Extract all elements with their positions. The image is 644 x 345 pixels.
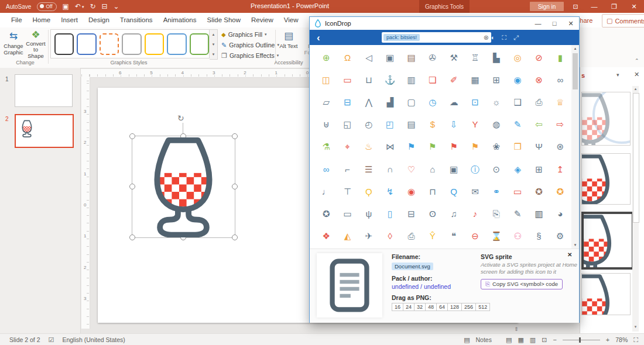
gallery-more-icon[interactable]: ▾ bbox=[210, 49, 217, 59]
graphics-outline-button[interactable]: ✎ Graphics Outline ▾ bbox=[221, 40, 279, 50]
resize-grid-icon[interactable]: ⛶ bbox=[502, 34, 506, 42]
icon-battery-cancel[interactable]: ⊘ bbox=[528, 46, 549, 68]
icon-battery-half[interactable]: ◫ bbox=[316, 68, 337, 91]
notes-splitter-icon[interactable]: ⇕ bbox=[514, 326, 519, 332]
design-suggestion-4[interactable] bbox=[581, 273, 631, 315]
icon-heart[interactable]: ♡ bbox=[400, 158, 422, 180]
icon-crown[interactable]: ♕ bbox=[550, 91, 571, 113]
icon-price-tag[interactable]: ◊ bbox=[379, 225, 400, 247]
zoom-slider-thumb[interactable] bbox=[579, 337, 581, 343]
icon-alarm-bell[interactable]: Ω bbox=[337, 46, 358, 68]
ribbon-display-options-icon[interactable]: ⊡ bbox=[567, 0, 584, 13]
png-size-256[interactable]: 256 bbox=[462, 303, 476, 311]
icon-computer-monitor[interactable]: ⊡ bbox=[464, 91, 485, 113]
collapse-ribbon-icon[interactable]: ⌃ bbox=[635, 58, 639, 64]
icon-bookmark-book[interactable]: ❏ bbox=[422, 68, 443, 91]
graphics-style-swatch-3[interactable] bbox=[100, 33, 119, 55]
icon-megaphone[interactable]: ◁ bbox=[358, 46, 379, 68]
icon-magnifier[interactable]: Q bbox=[443, 180, 464, 202]
icon-exit-left[interactable]: ⇦ bbox=[528, 113, 549, 136]
graphics-fill-button[interactable]: ⬥ Graphics Fill ▾ bbox=[221, 30, 267, 39]
icon-home[interactable]: ⌂ bbox=[422, 158, 443, 180]
icon-music-note[interactable]: ♫ bbox=[443, 203, 464, 225]
icon-joystick[interactable]: ↥ bbox=[550, 158, 571, 180]
tab-transitions[interactable]: Transitions bbox=[115, 13, 158, 27]
icon-mail-envelope[interactable]: ✉ bbox=[464, 180, 485, 202]
back-icon[interactable]: ‹ bbox=[317, 33, 320, 43]
icon-add[interactable]: ⊕ bbox=[316, 46, 337, 68]
icon-guitar[interactable]: ♩ bbox=[316, 180, 337, 202]
icon-medal-silver[interactable]: ✪ bbox=[316, 203, 337, 225]
contrast-toggle-icon[interactable]: ◐ bbox=[491, 34, 495, 41]
design-suggestion-1[interactable] bbox=[581, 92, 631, 146]
minimize-icon[interactable]: — bbox=[585, 0, 603, 13]
pane-scrollbar[interactable]: ▴ ▾ bbox=[632, 86, 639, 332]
copy-svg-symbol-button[interactable]: ⎘ Copy SVG <symbol> code bbox=[481, 279, 563, 289]
icon-settings-gear[interactable]: ⚙ bbox=[550, 225, 571, 247]
scroll-thumb[interactable] bbox=[573, 53, 578, 89]
icon-info[interactable]: ⓘ bbox=[464, 158, 485, 180]
icon-edit-document[interactable]: ✎ bbox=[507, 113, 528, 136]
icon-cup[interactable]: ⊎ bbox=[316, 113, 337, 136]
tab-review[interactable]: Review bbox=[246, 13, 279, 27]
icon-glasses[interactable]: ∞ bbox=[316, 158, 337, 180]
icon-shopping-bag[interactable]: ▢ bbox=[400, 91, 422, 113]
icon-clock[interactable]: ◷ bbox=[422, 91, 443, 113]
icon-mouse[interactable]: ʘ bbox=[422, 203, 443, 225]
close-icon[interactable]: ✕ bbox=[625, 0, 643, 13]
icon-remove-minus[interactable]: ⊖ bbox=[464, 225, 485, 247]
icon-quote-marks[interactable]: ❝ bbox=[443, 225, 464, 247]
icon-cancel[interactable]: ⊗ bbox=[528, 68, 549, 91]
icon-chat-alert[interactable]: ◱ bbox=[337, 113, 358, 136]
icon-piano-keys[interactable]: ▥ bbox=[528, 203, 549, 225]
icon-fork-spoon[interactable]: Ψ bbox=[528, 136, 549, 158]
icon-flower[interactable]: ❀ bbox=[486, 136, 507, 158]
icon-bank[interactable]: ♖ bbox=[464, 46, 485, 68]
gallery-up-icon[interactable]: ▴ bbox=[210, 30, 217, 40]
tab-file[interactable]: File bbox=[6, 13, 28, 27]
icon-bin[interactable]: ⊔ bbox=[358, 68, 379, 91]
icon-pencil[interactable]: ✎ bbox=[507, 203, 528, 225]
scroll-up-icon[interactable]: ▴ bbox=[571, 46, 579, 51]
icon-microphone[interactable]: ψ bbox=[358, 203, 379, 225]
icon-map-pin[interactable]: ◉ bbox=[400, 180, 422, 202]
fit-slide-icon[interactable]: ⛶ bbox=[633, 336, 638, 344]
icon-newspaper[interactable]: ⎘ bbox=[486, 203, 507, 225]
graphics-style-swatch-2[interactable] bbox=[77, 33, 96, 55]
tab-insert[interactable]: Insert bbox=[56, 13, 83, 27]
icon-basketball[interactable]: ◎ bbox=[507, 46, 528, 68]
icon-document[interactable]: ▤ bbox=[400, 113, 422, 136]
pane-scroll-up-icon[interactable]: ▴ bbox=[632, 87, 639, 91]
pane-scroll-thumb[interactable] bbox=[633, 93, 639, 223]
pane-scroll-down-icon[interactable]: ▾ bbox=[632, 325, 639, 329]
scroll-down-icon[interactable]: ▾ bbox=[571, 243, 579, 247]
change-graphic-button[interactable]: ⇆ Change Graphic bbox=[2, 29, 25, 58]
pane-close-icon[interactable]: ✕ bbox=[634, 71, 639, 78]
icon-pizza-slice[interactable]: ◭ bbox=[337, 225, 358, 247]
selection-handle[interactable] bbox=[232, 234, 238, 240]
png-size-24[interactable]: 24 bbox=[403, 303, 415, 311]
selection-handle[interactable] bbox=[232, 133, 238, 139]
icon-calculator[interactable]: ⊞ bbox=[486, 68, 507, 91]
undo-caret-icon[interactable]: ▾ bbox=[82, 5, 84, 9]
icon-book[interactable]: ▥ bbox=[400, 68, 422, 91]
search-pack-tag[interactable]: pack: bitsies! bbox=[383, 34, 420, 41]
pack-author-link[interactable]: undefined / undefined bbox=[392, 283, 490, 290]
icon-link-chain[interactable]: ⚭ bbox=[486, 180, 507, 202]
graphics-style-swatch-6[interactable] bbox=[167, 33, 186, 55]
autosave-toggle[interactable]: Off bbox=[37, 2, 56, 11]
slide-indicator[interactable]: Slide 2 of 2 bbox=[9, 336, 40, 343]
slide-sorter-view-icon[interactable]: ▦ bbox=[518, 336, 523, 344]
icon-flame[interactable]: ♨ bbox=[358, 136, 379, 158]
filename-badge[interactable]: Document.svg bbox=[392, 263, 433, 270]
tab-animations[interactable]: Animations bbox=[158, 13, 202, 27]
icon-lightbulb[interactable]: Ϙ bbox=[358, 180, 379, 202]
icon-eye[interactable]: ⊙ bbox=[486, 158, 507, 180]
slide-1-thumbnail[interactable] bbox=[15, 74, 73, 107]
icon-archive-box[interactable]: ▤ bbox=[400, 46, 422, 68]
pane-options-caret-icon[interactable]: ▾ bbox=[616, 72, 619, 78]
selection-handle[interactable] bbox=[232, 184, 238, 189]
icon-cassette[interactable]: ⊟ bbox=[337, 91, 358, 113]
icon-cloud[interactable]: ☁ bbox=[443, 91, 464, 113]
icon-cog[interactable]: ☼ bbox=[486, 91, 507, 113]
